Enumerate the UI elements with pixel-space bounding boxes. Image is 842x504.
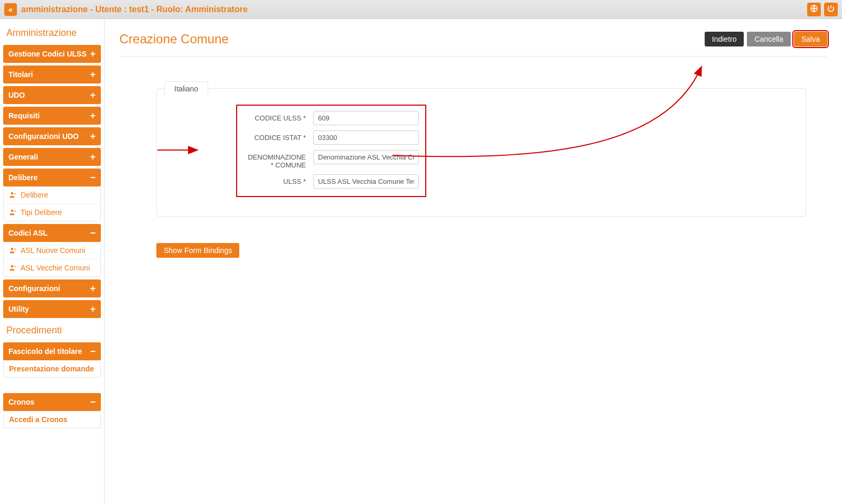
plus-icon: + <box>90 49 96 59</box>
plus-icon: + <box>90 132 96 141</box>
nav-sub-tipi-delibere[interactable]: Tipi Delibere <box>4 204 100 221</box>
nav-utility[interactable]: Utility + <box>3 300 101 318</box>
form-card: Italiano CODICE ULSS * CODICE ISTAT * DE… <box>156 88 806 217</box>
input-codice-ulss[interactable] <box>313 111 419 125</box>
main-content: Creazione Comune Indietro Cancella Salva… <box>105 19 842 504</box>
nav-sub-delibere[interactable]: Delibere <box>4 186 100 204</box>
plus-icon: + <box>90 70 96 79</box>
nav-delibere-submenu: Delibere Tipi Delibere <box>3 186 101 221</box>
svg-point-3 <box>11 248 14 250</box>
chevron-left-icon: « <box>8 5 13 14</box>
nav-codici-asl-submenu: ASL Nuove Comuni ASL Vecchie Comuni <box>3 242 101 277</box>
svg-point-1 <box>11 192 14 195</box>
globe-button[interactable] <box>807 3 821 16</box>
nav-configurazioni-udo[interactable]: Configurazioni UDO + <box>3 127 101 145</box>
input-codice-istat[interactable] <box>313 130 419 145</box>
nav-delibere[interactable]: Delibere − <box>3 169 101 186</box>
label-codice-istat: CODICE ISTAT * <box>244 130 306 142</box>
input-denominazione[interactable] <box>313 150 419 164</box>
power-icon <box>827 4 835 14</box>
sidebar-collapse-button[interactable]: « <box>4 3 17 16</box>
sidebar: Amministrazione Gestione Codici ULSS + T… <box>0 19 105 504</box>
input-ulss[interactable] <box>313 174 419 189</box>
plus-icon: + <box>90 111 96 120</box>
minus-icon: − <box>90 347 96 356</box>
nav-generali[interactable]: Generali + <box>3 148 101 166</box>
person-icon <box>9 264 16 272</box>
page-title: Creazione Comune <box>119 32 229 46</box>
nav-sub-presentazione-domande[interactable]: Presentazione domande <box>4 360 100 377</box>
minus-icon: − <box>90 228 96 238</box>
plus-icon: + <box>90 90 96 100</box>
nav-fascicolo-titolare[interactable]: Fascicolo del titolare − <box>3 342 101 360</box>
sidebar-heading-amministrazione: Amministrazione <box>3 23 101 45</box>
tab-italiano[interactable]: Italiano <box>164 81 208 96</box>
label-denominazione: DENOMINAZIONE * COMUNE <box>244 150 306 169</box>
nav-fascicolo-submenu: Presentazione domande <box>3 360 101 378</box>
power-button[interactable] <box>824 3 838 16</box>
sidebar-heading-procedimenti: Procedimenti <box>3 321 101 342</box>
person-icon <box>9 209 16 216</box>
app-title: amministrazione - Utente : test1 - Ruolo… <box>21 5 248 14</box>
cancel-button[interactable]: Cancella <box>747 32 790 46</box>
minus-icon: − <box>90 173 96 182</box>
person-icon <box>9 247 16 254</box>
nav-cronos-submenu: Accedi a Cronos <box>3 411 101 428</box>
form-highlighted-region: CODICE ULSS * CODICE ISTAT * DENOMINAZIO… <box>236 105 426 197</box>
plus-icon: + <box>90 284 96 293</box>
nav-cronos[interactable]: Cronos − <box>3 393 101 411</box>
back-button[interactable]: Indietro <box>705 32 744 46</box>
nav-configurazioni[interactable]: Configurazioni + <box>3 279 101 297</box>
nav-udo[interactable]: UDO + <box>3 86 101 104</box>
label-codice-ulss: CODICE ULSS * <box>244 111 306 122</box>
nav-titolari[interactable]: Titolari + <box>3 66 101 83</box>
nav-requisiti[interactable]: Requisiti + <box>3 107 101 125</box>
globe-icon <box>810 4 818 14</box>
nav-gestione-codici-ulss[interactable]: Gestione Codici ULSS + <box>3 45 101 63</box>
label-ulss: ULSS * <box>244 174 306 185</box>
svg-point-4 <box>11 265 14 268</box>
svg-point-2 <box>11 210 14 212</box>
plus-icon: + <box>90 152 96 162</box>
minus-icon: − <box>90 397 96 407</box>
person-icon <box>9 191 16 199</box>
nav-sub-accedi-cronos[interactable]: Accedi a Cronos <box>4 411 100 428</box>
plus-icon: + <box>90 304 96 314</box>
nav-sub-asl-nuove[interactable]: ASL Nuove Comuni <box>4 242 100 259</box>
nav-sub-asl-vecchie[interactable]: ASL Vecchie Comuni <box>4 259 100 276</box>
nav-codici-asl[interactable]: Codici ASL − <box>3 224 101 242</box>
topbar: « amministrazione - Utente : test1 - Ruo… <box>0 0 842 19</box>
save-button[interactable]: Salva <box>794 32 827 46</box>
show-form-bindings-button[interactable]: Show Form Bindings <box>156 243 239 258</box>
